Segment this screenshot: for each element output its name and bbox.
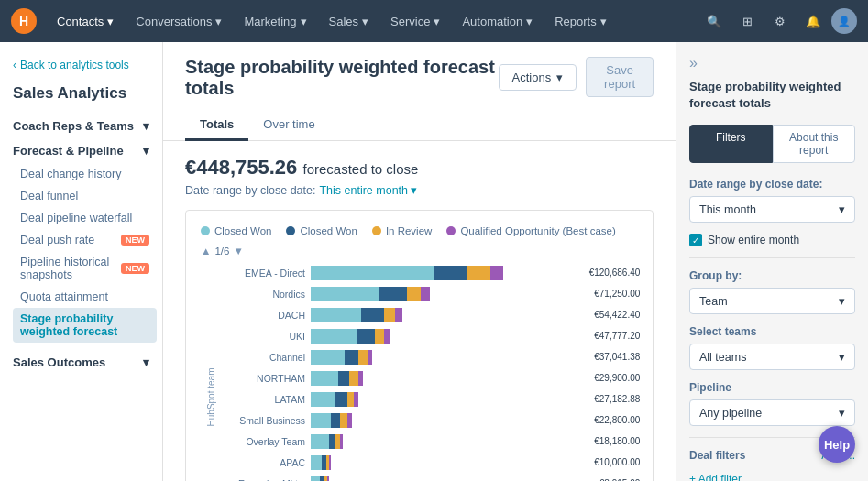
bar-segment <box>407 287 421 301</box>
bar-track <box>311 266 580 280</box>
content-body: €448,755.26 forecasted to close Date ran… <box>163 141 676 481</box>
panel-title: Stage probability weighted forecast tota… <box>689 79 855 112</box>
nav-contacts[interactable]: Contacts ▾ <box>48 9 123 34</box>
bar-segment <box>375 329 384 344</box>
nav-automation[interactable]: Automation ▾ <box>453 9 542 34</box>
sidebar-item-stage-probability[interactable]: Stage probability weighted forecast <box>13 308 157 343</box>
bar-chart: EMEA - Direct€120,686.40Nordics€71,250.0… <box>223 264 640 481</box>
bar-segment <box>327 476 330 481</box>
add-filter-button[interactable]: + Add filter <box>689 469 855 481</box>
bar-segment <box>329 455 331 470</box>
table-row: EMEA - Direct€120,686.40 <box>223 264 640 282</box>
bar-segment <box>384 308 395 322</box>
actions-button[interactable]: Actions ▾ <box>499 64 577 91</box>
group-by-select[interactable]: Team ▾ <box>689 288 855 314</box>
nav-conversations[interactable]: Conversations ▾ <box>126 9 231 34</box>
legend-dot <box>372 226 381 235</box>
nav-reports[interactable]: Reports ▾ <box>545 9 616 34</box>
bar-segment <box>347 413 352 428</box>
notifications-icon[interactable]: 🔔 <box>798 6 828 36</box>
sidebar-section-sales-outcomes[interactable]: Sales Outcomes ▾ <box>0 350 162 375</box>
chevron-up-icon: ▾ <box>143 144 149 158</box>
pipeline-select[interactable]: Any pipeline ▾ <box>689 399 855 426</box>
settings-icon[interactable]: ⚙ <box>765 6 795 36</box>
user-avatar[interactable]: 👤 <box>831 8 857 34</box>
bar-segment <box>345 350 358 365</box>
forecast-amount: €448,755.26 forecasted to close <box>185 156 654 180</box>
sidebar-section-coach-reps[interactable]: Coach Reps & Teams ▾ <box>0 114 162 138</box>
expand-panel-button[interactable]: » <box>689 55 855 71</box>
group-by-label: Group by: <box>689 269 855 282</box>
chevron-down-icon: ▾ <box>215 15 222 28</box>
sidebar-item-deal-pipeline-waterfall[interactable]: Deal pipeline waterfall <box>0 207 162 229</box>
bar-segment <box>354 392 358 407</box>
bar-value: €71,250.00 <box>590 287 640 301</box>
bar-segment <box>368 350 372 365</box>
panel-tab-filters[interactable]: Filters <box>689 125 773 163</box>
sidebar-item-pipeline-historical[interactable]: Pipeline historical snapshots NEW <box>0 251 162 286</box>
table-row: NORTHAM€29,900.00 <box>223 369 640 388</box>
date-range-picker[interactable]: This entire month ▾ <box>319 183 417 197</box>
triangle-down-icon: ▼ <box>233 246 243 257</box>
back-icon: ‹ <box>13 59 16 71</box>
bar-track <box>311 476 590 481</box>
bar-track <box>311 413 585 428</box>
table-row: Emerging Mkts.€8,915.00 <box>223 475 640 481</box>
nav-sales[interactable]: Sales ▾ <box>320 9 379 34</box>
bar-track <box>311 434 585 449</box>
bar-segment <box>357 329 375 344</box>
select-teams-label: Select teams <box>689 325 855 338</box>
sidebar-title: Sales Analytics <box>0 77 162 114</box>
nav-marketing[interactable]: Marketing ▾ <box>235 9 315 34</box>
date-range: Date range by close date: This entire mo… <box>185 183 654 197</box>
tab-totals[interactable]: Totals <box>185 110 248 141</box>
bar-value: €47,777.20 <box>590 329 640 344</box>
sidebar-item-deal-funnel[interactable]: Deal funnel <box>0 185 162 207</box>
bar-segment <box>311 413 331 428</box>
app-layout: ‹ Back to analytics tools Sales Analytic… <box>0 42 868 481</box>
legend-in-review: In Review <box>372 225 433 236</box>
table-row: APAC€10,000.00 <box>223 454 640 472</box>
header-actions: Actions ▾ Save report <box>499 57 654 97</box>
panel-tab-about[interactable]: About this report <box>773 125 856 163</box>
chart-inner: EMEA - Direct€120,686.40Nordics€71,250.0… <box>223 264 640 481</box>
back-link[interactable]: ‹ Back to analytics tools <box>0 53 162 77</box>
search-icon[interactable]: 🔍 <box>699 6 729 36</box>
bar-label: Overlay Team <box>223 436 305 447</box>
bar-segment <box>311 392 335 407</box>
chart-navigation: ▲ 1/6 ▼ <box>201 246 638 257</box>
sidebar-item-deal-push-rate[interactable]: Deal push rate NEW <box>0 229 162 251</box>
right-panel: » Stage probability weighted forecast to… <box>676 42 868 481</box>
bar-value: €10,000.00 <box>590 455 640 470</box>
bar-label: APAC <box>223 457 305 468</box>
table-row: Overlay Team€18,180.00 <box>223 432 640 451</box>
sidebar-item-quota-attainment[interactable]: Quota attainment <box>0 286 162 308</box>
tab-over-time[interactable]: Over time <box>248 110 329 141</box>
new-badge: NEW <box>121 263 149 274</box>
bar-segment <box>349 371 358 386</box>
chevron-down-icon: ▾ <box>839 350 845 364</box>
table-row: LATAM€27,182.88 <box>223 390 640 409</box>
bar-track <box>311 455 585 470</box>
bar-segment <box>421 287 430 301</box>
nav-service[interactable]: Service ▾ <box>381 9 449 34</box>
bar-segment <box>311 266 434 280</box>
help-button[interactable]: Help <box>819 426 855 463</box>
sidebar-item-deal-change-history[interactable]: Deal change history <box>0 163 162 185</box>
bar-segment <box>311 287 379 301</box>
save-report-button[interactable]: Save report <box>586 57 654 97</box>
bar-segment <box>395 308 401 322</box>
sidebar-section-forecast[interactable]: Forecast & Pipeline ▾ <box>0 138 162 163</box>
date-range-select[interactable]: This month ▾ <box>689 196 855 223</box>
show-entire-month-label: Show entire month <box>708 234 799 246</box>
hubspot-logo[interactable]: H <box>11 8 37 34</box>
bar-label: Small Business <box>223 415 305 426</box>
select-teams-select[interactable]: All teams ▾ <box>689 344 855 370</box>
chevron-down-icon: ▾ <box>839 294 845 308</box>
bar-label: EMEA - Direct <box>223 268 305 279</box>
bar-segment <box>311 434 329 449</box>
grid-icon[interactable]: ⊞ <box>732 6 762 36</box>
chevron-down-icon: ▾ <box>362 15 368 28</box>
bar-segment <box>331 413 340 428</box>
show-entire-month-checkbox[interactable]: ✓ <box>689 234 702 246</box>
